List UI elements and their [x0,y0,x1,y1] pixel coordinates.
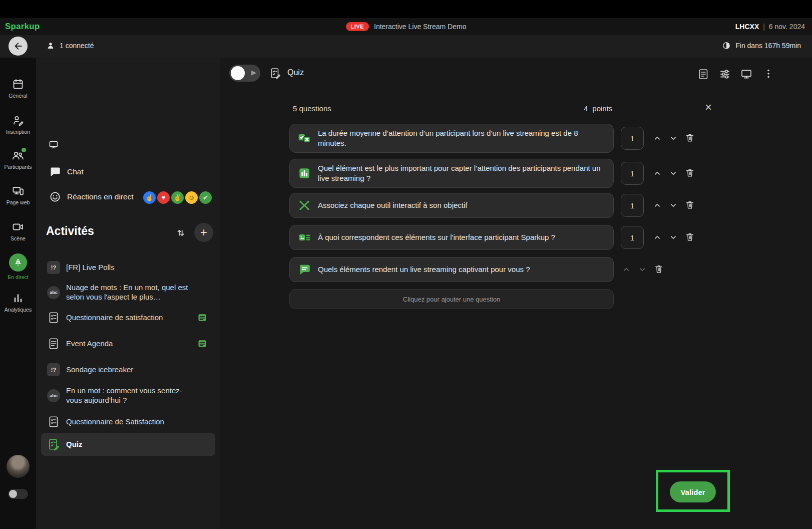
smiley-icon [49,191,61,203]
add-activity-button[interactable]: + [194,223,213,242]
activity-item-questionnaire-2[interactable]: Questionnaire de Satisfaction [41,412,215,432]
devices-icon [12,185,24,197]
delete-icon[interactable] [653,263,665,275]
bar-chart-icon [12,292,24,304]
avatar[interactable] [7,455,30,478]
activities-title: Activités [46,224,94,238]
points-label: points [592,104,612,113]
separator: | [763,23,765,31]
rocket-icon [9,253,27,272]
sidebar-item-participants[interactable]: Participants [0,149,36,170]
activity-item-event-agenda[interactable]: Event Agenda [41,334,215,354]
move-up-icon[interactable] [651,199,663,211]
activity-item-sondage-icebreaker[interactable]: !? Sondage icebreaker [41,360,215,380]
results-icon[interactable] [697,68,709,80]
toggle-knob [231,66,245,80]
activity-title: Quiz [287,68,304,77]
top-strip [0,0,812,18]
move-up-icon[interactable] [620,263,632,276]
move-up-icon[interactable] [651,231,663,243]
question-card-4[interactable]: À quoi correspondent ces éléments sur l'… [289,225,614,250]
subheader-bar: 1 connecté Fin dans 167h 59min [0,35,812,58]
sidebar-item-analytiques[interactable]: Analytiques [0,292,36,313]
heart-reaction[interactable]: ♥ [157,191,170,204]
move-up-icon[interactable] [651,132,663,144]
question-card-2[interactable]: Quel élément est le plus important pour … [289,159,614,188]
survey-icon [47,415,60,428]
sidebar-item-general[interactable]: Général [0,78,36,99]
queued-status-icon [197,313,207,323]
activity-label: Questionnaire de satisfaction [66,313,192,323]
reactions-label: Réactions en direct [67,192,134,201]
question-card-1[interactable]: La durée moyenne d’attention d’un partic… [289,124,614,153]
move-up-icon[interactable] [651,167,663,179]
activity-item-quiz[interactable]: Quiz [41,433,215,456]
sidebar-item-page-web[interactable]: Page web [0,185,36,205]
question-card-5[interactable]: Quels éléments rendent un live streaming… [289,257,614,282]
validate-button[interactable]: Valider [670,481,716,502]
countdown-label: Fin dans 167h 59min [735,42,801,50]
move-down-icon[interactable] [667,199,679,211]
word-cloud-icon: abc [47,286,60,299]
delete-icon[interactable] [684,167,696,179]
main-panel: ▶ Quiz 5 questions 4 points × [220,58,812,529]
add-question-button[interactable]: Cliquez pour ajouter une question [289,289,614,309]
activity-label: Nuage de mots : En un mot, quel est selo… [66,283,192,302]
move-down-icon[interactable] [636,263,648,276]
stage-preview[interactable] [43,58,214,154]
queued-status-icon [197,339,207,349]
sidebar-label: Scène [11,235,26,241]
countdown: Fin dans 167h 59min [722,41,801,50]
sidebar-label: Inscription [6,129,30,135]
activity-label: Questionnaire de Satisfaction [66,417,192,427]
theme-toggle[interactable] [8,489,28,499]
question-points-input[interactable] [621,194,644,217]
chat-row[interactable]: Chat [49,166,84,178]
connected-label: 1 connecté [60,42,94,50]
close-icon[interactable]: × [702,101,715,114]
event-code: LHCXX [735,23,759,31]
present-screen-icon[interactable] [740,68,752,80]
activity-item-word-cloud-2[interactable]: abc En un mot : comment vous sentez-vous… [41,383,215,409]
move-down-icon[interactable] [667,167,679,179]
activity-item-questionnaire-1[interactable]: Questionnaire de satisfaction [41,308,215,328]
true-false-icon [298,132,311,145]
left-panel: Chat Réactions en direct ☝ ♥ ✌ ☺ ✔ Activ… [36,58,221,529]
video-camera-icon [12,221,24,233]
event-date: 6 nov. 2024 [769,23,805,31]
plus-icon: + [200,225,207,239]
question-card-3[interactable]: Associez chaque outil interactif à son o… [289,193,614,218]
header-bar: Sparkup LIVE Interactive Live Stream Dem… [0,18,812,35]
sidebar-item-scene[interactable]: Scène [0,221,36,241]
back-button[interactable] [9,37,28,56]
move-down-icon[interactable] [667,132,679,144]
settings-sliders-icon[interactable] [719,68,731,80]
delete-icon[interactable] [684,132,696,144]
points-total: 4 points [584,104,612,113]
sidebar-label: En direct [8,274,28,280]
open-question-icon [298,263,311,276]
activity-live-toggle[interactable]: ▶ [229,65,260,82]
move-down-icon[interactable] [667,231,679,243]
thumbs-up-reaction[interactable]: ☝ [143,191,156,204]
question-points-input[interactable] [621,226,644,249]
delete-icon[interactable] [684,231,696,243]
question-points-input[interactable] [621,127,644,150]
activity-item-word-cloud-1[interactable]: abc Nuage de mots : En un mot, quel est … [41,280,215,306]
reaction-chips: ☝ ♥ ✌ ☺ ✔ [143,191,212,204]
clap-reaction[interactable]: ✌ [171,191,184,204]
image-association-icon [298,231,311,244]
sidebar-item-en-direct[interactable]: En direct [0,253,36,280]
ok-reaction[interactable]: ✔ [199,191,212,204]
reactions-row: Réactions en direct [49,191,134,203]
sidebar-item-inscription[interactable]: Inscription [0,114,36,135]
activity-label: [FR] Live Polls [66,263,192,273]
question-points-input[interactable] [621,162,644,185]
laugh-reaction[interactable]: ☺ [185,191,198,204]
timer-icon [722,41,731,50]
question-text: À quoi correspondent ces éléments sur l'… [318,232,555,242]
sort-icon[interactable] [175,227,186,238]
kebab-menu-icon[interactable] [762,68,774,80]
delete-icon[interactable] [684,199,696,211]
activity-item-live-polls[interactable]: !? [FR] Live Polls [41,257,215,278]
